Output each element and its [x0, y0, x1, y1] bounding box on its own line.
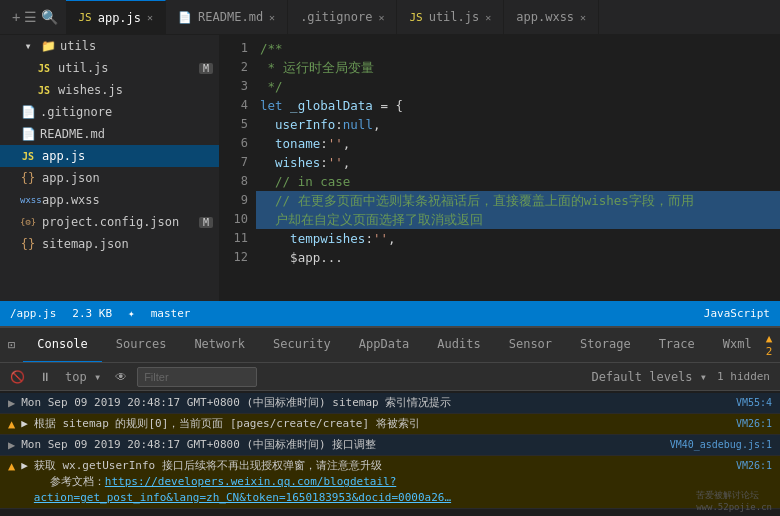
devtools-tab-console[interactable]: Console [23, 328, 102, 363]
tab-bar-controls: + ☰ 🔍 [4, 9, 66, 25]
modified-badge: M [199, 63, 213, 74]
clear-console-icon[interactable]: 🚫 [6, 368, 29, 386]
close-icon[interactable]: ✕ [378, 12, 384, 23]
status-bar: /app.js 2.3 KB ✦ master JavaScript [0, 301, 780, 326]
entry-source[interactable]: VM55:4 [736, 395, 772, 411]
devtools-tabs: ⊡ Console Sources Network Security AppDa… [0, 328, 780, 363]
expand-icon[interactable]: ▶ [21, 458, 28, 474]
tree-item-readme[interactable]: 📄 README.md [0, 123, 219, 145]
entry-text: 根据 sitemap 的规则[0]，当前页面 [pages/create/cre… [34, 416, 730, 432]
expand-icon[interactable]: ▶ [8, 437, 15, 453]
md-icon: 📄 [178, 11, 192, 24]
tree-item-app-json[interactable]: {} app.json [0, 167, 219, 189]
close-icon[interactable]: ✕ [485, 12, 491, 23]
new-tab-icon[interactable]: + [12, 9, 20, 25]
modified-badge: M [199, 217, 213, 228]
tree-item-project-config[interactable]: {⚙} project.config.json M [0, 211, 219, 233]
menu-icon[interactable]: ☰ [24, 9, 37, 25]
tab-app-js[interactable]: JS app.js ✕ [66, 0, 166, 35]
close-icon[interactable]: ✕ [269, 12, 275, 23]
file-path: /app.js [10, 307, 56, 320]
main-area: ▾ 📁 utils JS util.js M JS wishes.js 📄 .g… [0, 35, 780, 301]
top-selector[interactable]: top ▾ [61, 368, 105, 386]
tree-item-sitemap[interactable]: {} sitemap.json [0, 233, 219, 255]
tree-label: app.json [42, 171, 100, 185]
tree-item-utils[interactable]: ▾ 📁 utils [0, 35, 219, 57]
console-prompt[interactable]: > [0, 509, 780, 516]
entry-source[interactable]: VM26:1 [736, 458, 772, 474]
devtools-tab-audits[interactable]: Audits [423, 328, 494, 363]
devtools-tab-wxml[interactable]: Wxml [709, 328, 766, 363]
console-entry: ▲ ▶ 获取 wx.getUserInfo 接口后续将不再出现授权弹窗，请注意意… [0, 456, 780, 509]
tree-label: .gitignore [40, 105, 112, 119]
js-icon: JS [409, 11, 422, 24]
close-icon[interactable]: ✕ [147, 12, 153, 23]
line-numbers: 1234 5678 9101112 [220, 35, 256, 301]
tree-item-util-js[interactable]: JS util.js M [0, 57, 219, 79]
js-icon: JS [20, 151, 36, 162]
entry-source[interactable]: VM26:1 [736, 416, 772, 432]
devtools-tab-storage[interactable]: Storage [566, 328, 645, 363]
devtools-tab-security[interactable]: Security [259, 328, 345, 363]
console-entry: ▶ Mon Sep 09 2019 20:48:17 GMT+0800 (中国标… [0, 435, 780, 456]
json-icon: {} [20, 237, 36, 251]
tree-item-app-wxss[interactable]: wxss app.wxss [0, 189, 219, 211]
console-filter-input[interactable] [137, 367, 257, 387]
devtools-tab-sensor[interactable]: Sensor [495, 328, 566, 363]
config-icon: {⚙} [20, 217, 36, 227]
expand-icon[interactable]: ▶ [8, 395, 15, 411]
eye-icon[interactable]: 👁 [111, 368, 131, 386]
docs-link[interactable]: https://developers.weixin.qq.com/blogdet… [34, 475, 451, 504]
expand-icon[interactable]: ▶ [21, 416, 28, 432]
git-icon: ✦ [128, 307, 135, 320]
devtools-tab-trace[interactable]: Trace [645, 328, 709, 363]
devtools-tab-network[interactable]: Network [180, 328, 259, 363]
entry-text: 获取 wx.getUserInfo 接口后续将不再出现授权弹窗，请注意意升级 参… [34, 458, 730, 506]
tree-label: wishes.js [58, 83, 123, 97]
devtools-tab-sources[interactable]: Sources [102, 328, 181, 363]
warning-count-badge: ▲ 2 [766, 332, 773, 358]
tab-app-wxss[interactable]: app.wxss ✕ [504, 0, 599, 35]
file-tree: ▾ 📁 utils JS util.js M JS wishes.js 📄 .g… [0, 35, 220, 301]
tree-item-app-js[interactable]: JS app.js [0, 145, 219, 167]
entry-text: Mon Sep 09 2019 20:48:17 GMT+0800 (中国标准时… [21, 437, 663, 453]
tree-item-wishes-js[interactable]: JS wishes.js [0, 79, 219, 101]
levels-dropdown[interactable]: Default levels ▾ [587, 368, 711, 386]
tab-util-js[interactable]: JS util.js ✕ [397, 0, 504, 35]
tree-item-gitignore[interactable]: 📄 .gitignore [0, 101, 219, 123]
warning-icon: ▲ [8, 416, 15, 432]
tab-readme[interactable]: 📄 README.md ✕ [166, 0, 288, 35]
code-editor: 1234 5678 9101112 /** * 运行时全局变量 */ let _… [220, 35, 780, 301]
watermark: 苦爱被解讨论坛www.52pojie.cn [696, 489, 772, 512]
js-icon: JS [78, 11, 91, 24]
file-size: 2.3 KB [72, 307, 112, 320]
devtools-tab-appdata[interactable]: AppData [345, 328, 424, 363]
pause-icon[interactable]: ⏸ [35, 368, 55, 386]
git-branch: master [151, 307, 191, 320]
tree-label: sitemap.json [42, 237, 129, 251]
js-icon: JS [36, 85, 52, 96]
entry-text: Mon Sep 09 2019 20:48:17 GMT+0800 (中国标准时… [21, 395, 730, 411]
tab-label: .gitignore [300, 10, 372, 24]
console-entry: ▲ ▶ 根据 sitemap 的规则[0]，当前页面 [pages/create… [0, 414, 780, 435]
tree-label: util.js [58, 61, 109, 75]
folder-icon: 📁 [40, 39, 56, 53]
search-icon[interactable]: 🔍 [41, 9, 58, 25]
tab-label: app.wxss [516, 10, 574, 24]
close-icon[interactable]: ✕ [580, 12, 586, 23]
tree-label: app.js [42, 149, 85, 163]
js-icon: JS [36, 63, 52, 74]
entry-source[interactable]: VM40_asdebug.js:1 [670, 437, 772, 453]
code-content[interactable]: /** * 运行时全局变量 */ let _globalData = { use… [256, 35, 780, 301]
console-output: ▶ Mon Sep 09 2019 20:48:17 GMT+0800 (中国标… [0, 391, 780, 516]
tab-label: app.js [98, 11, 141, 25]
file-icon: 📄 [20, 105, 36, 119]
tree-label: utils [60, 39, 96, 53]
wxss-icon: wxss [20, 195, 36, 205]
devtools-toggle[interactable]: ⊡ [4, 336, 19, 354]
tree-label: app.wxss [42, 193, 100, 207]
console-entry: ▶ Mon Sep 09 2019 20:48:17 GMT+0800 (中国标… [0, 393, 780, 414]
code-area: 1234 5678 9101112 /** * 运行时全局变量 */ let _… [220, 35, 780, 301]
tab-gitignore[interactable]: .gitignore ✕ [288, 0, 397, 35]
language-mode[interactable]: JavaScript [704, 307, 770, 320]
